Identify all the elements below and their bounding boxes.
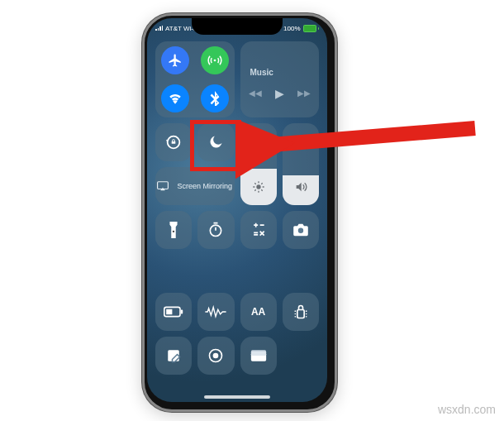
wifi-toggle[interactable] (161, 84, 189, 112)
svg-rect-25 (181, 310, 183, 314)
utility-row-2: AA (155, 293, 319, 331)
rotation-lock-toggle[interactable] (155, 123, 192, 161)
svg-line-9 (254, 189, 255, 190)
notch (192, 18, 283, 35)
battery-icon (303, 25, 320, 32)
svg-point-30 (294, 316, 296, 318)
airplane-mode-toggle[interactable] (161, 46, 189, 74)
voice-memos-button[interactable] (197, 293, 234, 331)
volume-slider[interactable] (283, 123, 319, 205)
svg-point-31 (306, 310, 307, 312)
music-next[interactable]: ▶▶ (297, 89, 311, 98)
callout-highlight-box (190, 120, 241, 171)
camera-button[interactable] (283, 211, 319, 249)
svg-point-29 (294, 313, 296, 315)
volume-icon (294, 180, 307, 197)
guided-access-button[interactable] (283, 293, 319, 331)
screen-mirroring-label: Screen Mirroring (177, 182, 232, 190)
home-indicator[interactable] (204, 395, 270, 399)
low-power-button[interactable] (155, 293, 192, 331)
text-size-glyph: AA (251, 306, 265, 318)
svg-point-32 (306, 313, 307, 315)
connectivity-panel (155, 41, 235, 117)
text-size-button[interactable]: AA (240, 293, 277, 331)
screen-mirroring-icon (157, 181, 169, 191)
svg-rect-26 (166, 309, 172, 314)
svg-point-36 (213, 353, 219, 359)
svg-line-10 (261, 183, 262, 184)
screen-recording-button[interactable] (197, 337, 234, 375)
timer-button[interactable] (197, 211, 234, 249)
slider-pair (240, 123, 320, 205)
wallet-button[interactable] (240, 337, 277, 375)
svg-rect-39 (250, 352, 265, 356)
svg-point-0 (213, 60, 216, 62)
svg-line-8 (261, 189, 262, 190)
flashlight-button[interactable] (155, 211, 192, 249)
phone-device: AT&T Wi-Fi 100% (142, 13, 337, 412)
cellular-data-toggle[interactable] (201, 46, 229, 74)
music-panel[interactable]: Music ◀◀ ▶ ▶▶ (240, 41, 320, 117)
battery-pct: 100% (283, 25, 300, 32)
notes-button[interactable] (155, 337, 192, 375)
brightness-slider[interactable] (240, 123, 277, 205)
brightness-icon (252, 180, 265, 197)
phone-screen: AT&T Wi-Fi 100% (147, 18, 327, 402)
bluetooth-toggle[interactable] (201, 84, 229, 112)
music-play[interactable]: ▶ (275, 87, 284, 100)
utility-row-1 (155, 211, 319, 249)
svg-line-7 (254, 183, 255, 184)
screen-mirroring-button[interactable]: Screen Mirroring (155, 167, 235, 205)
music-title: Music (250, 68, 273, 77)
svg-point-28 (294, 310, 296, 312)
svg-point-23 (298, 228, 303, 233)
signal-icon (155, 26, 163, 31)
utility-row-3 (155, 337, 319, 375)
svg-rect-27 (297, 310, 304, 318)
watermark: wsxdn.com (438, 403, 496, 416)
svg-point-2 (256, 184, 260, 189)
music-prev[interactable]: ◀◀ (249, 89, 262, 98)
calculator-button[interactable] (240, 211, 277, 249)
control-center: Music ◀◀ ▶ ▶▶ (155, 41, 319, 394)
svg-point-33 (306, 316, 307, 318)
svg-point-12 (173, 231, 174, 232)
